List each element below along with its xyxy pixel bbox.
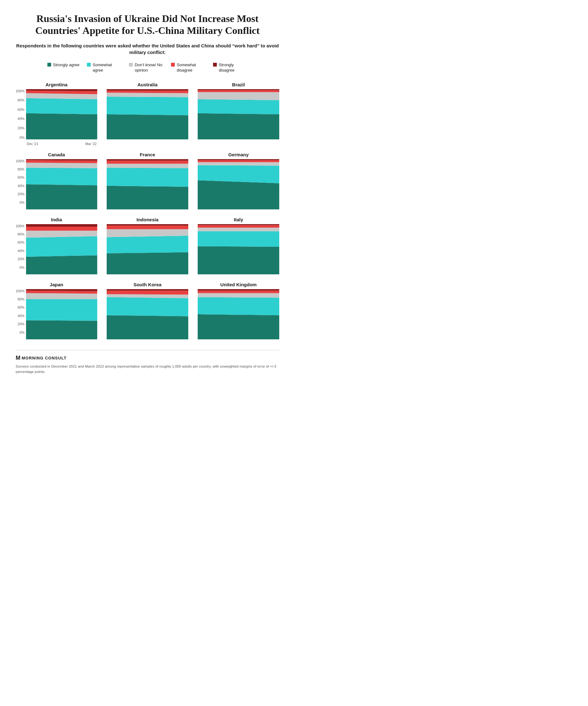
segment-3 (107, 290, 188, 295)
chart-australia: Australia (107, 82, 188, 146)
segment-2 (107, 92, 188, 97)
segment-1 (198, 99, 279, 114)
legend-label-strongly-disagree: Strongly disagree (219, 63, 248, 73)
segment-2 (198, 92, 279, 100)
chart-title: India (51, 217, 62, 222)
legend: Strongly agree Somewhat agree Don’t know… (16, 63, 279, 73)
chart-wrapper (107, 89, 188, 141)
segment-1 (107, 297, 188, 316)
y-axis-label: 80% (17, 98, 25, 102)
x-axis-labels: Dec '21Mar '22 (26, 142, 97, 146)
main-title: Russia's Invasion of Ukraine Did Not Inc… (16, 12, 279, 37)
legend-item-dont-know: Don’t know/ No opinion (129, 63, 164, 73)
chart-area (198, 89, 279, 141)
y-axis-label: 0% (19, 330, 25, 334)
chart-area (107, 159, 188, 211)
chart-area (26, 289, 97, 341)
footnote: Surveys conducted in December 2021 and M… (16, 364, 279, 375)
chart-wrapper (198, 289, 279, 341)
segment-0 (107, 186, 188, 209)
legend-label-somewhat-agree: Somewhat agree (92, 63, 121, 73)
y-axis-label: 20% (17, 126, 25, 130)
segment-2 (198, 228, 279, 231)
chart-svg (107, 159, 188, 209)
chart-title: Australia (137, 82, 158, 87)
y-axis-label: 80% (17, 232, 25, 236)
chart-svg (26, 289, 97, 339)
y-axis-label: 20% (17, 257, 25, 261)
chart-title: Argentina (45, 82, 68, 87)
chart-svg (107, 289, 188, 339)
segment-3 (107, 160, 188, 163)
segment-0 (198, 180, 279, 209)
chart-area (26, 224, 97, 276)
segment-1 (26, 236, 97, 257)
legend-item-somewhat-agree: Somewhat agree (87, 63, 121, 73)
segment-0 (26, 255, 97, 274)
chart-wrapper: 100%80%60%40%20%0% (16, 289, 97, 341)
chart-italy: Italy (198, 217, 279, 276)
legend-item-strongly-agree: Strongly agree (47, 63, 80, 73)
x-axis-left-label: Dec '21 (27, 142, 38, 146)
y-axis-label: 60% (17, 306, 25, 309)
segment-1 (198, 231, 279, 247)
y-axis-label: 100% (16, 159, 25, 163)
y-axis-label: 20% (17, 322, 25, 326)
chart-wrapper (198, 89, 279, 141)
segment-0 (107, 114, 188, 140)
segment-3 (198, 90, 279, 92)
chart-svg (26, 89, 97, 140)
chart-wrapper: 100%80%60%40%20%0% (16, 224, 97, 276)
segment-4 (198, 289, 279, 291)
strongly-agree-swatch (47, 63, 51, 67)
segment-1 (198, 165, 279, 183)
chart-title: Germany (228, 152, 249, 157)
brand-logo: M MORNING CONSULT (16, 355, 67, 361)
segment-0 (26, 113, 97, 139)
chart-area (107, 224, 188, 276)
chart-title: Indonesia (136, 217, 159, 222)
y-axis-label: 60% (17, 240, 25, 244)
chart-svg (26, 224, 97, 274)
y-axis-label: 60% (17, 175, 25, 179)
chart-area (198, 289, 279, 341)
y-axis-label: 100% (16, 224, 25, 228)
segment-3 (26, 227, 97, 231)
y-axis-label: 80% (17, 297, 25, 301)
segment-1 (107, 235, 188, 253)
segment-2 (198, 162, 279, 165)
y-axis-label: 100% (16, 89, 25, 93)
segment-0 (198, 113, 279, 139)
segment-0 (198, 246, 279, 274)
segment-1 (26, 98, 97, 114)
segment-3 (198, 225, 279, 228)
chart-area (198, 224, 279, 276)
segment-1 (107, 168, 188, 187)
y-axis-label: 0% (19, 135, 25, 140)
segment-0 (26, 184, 97, 209)
chart-svg (107, 224, 188, 274)
chart-area (26, 159, 97, 211)
segment-1 (107, 97, 188, 115)
chart-japan: Japan100%80%60%40%20%0% (16, 282, 97, 341)
y-axis-label: 100% (16, 289, 25, 293)
chart-title: Japan (50, 282, 63, 287)
segment-4 (198, 224, 279, 225)
y-axis-label: 0% (19, 266, 25, 269)
chart-wrapper: 100%80%60%40%20%0% (16, 159, 97, 211)
somewhat-disagree-swatch (171, 63, 175, 67)
chart-argentina: Argentina100%80%60%40%20%0%Dec '21Mar '2… (16, 82, 97, 146)
segment-4 (26, 224, 97, 227)
segment-0 (26, 320, 97, 339)
y-axis-label: 40% (17, 184, 25, 188)
segment-0 (107, 252, 188, 274)
y-axis: 100%80%60%40%20%0% (16, 289, 26, 341)
chart-germany: Germany (198, 152, 279, 211)
x-axis-right-label: Mar '22 (85, 142, 97, 146)
y-axis-label: 20% (17, 192, 25, 196)
chart-svg (198, 224, 279, 274)
legend-label-dont-know: Don’t know/ No opinion (135, 63, 164, 73)
segment-2 (26, 293, 97, 299)
chart-wrapper (198, 224, 279, 276)
legend-label-somewhat-disagree: Somewhat disagree (177, 63, 206, 73)
